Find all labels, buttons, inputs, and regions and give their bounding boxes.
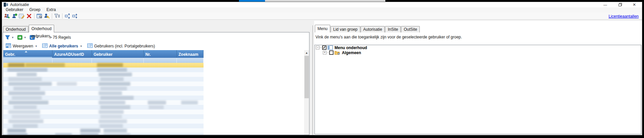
- views-icon: [6, 43, 11, 49]
- tab-outsite[interactable]: OutSite: [401, 26, 420, 32]
- redacted-cell-content: [80, 133, 99, 135]
- table-row[interactable]: [3, 119, 204, 124]
- minimize-button-icon[interactable]: —: [600, 2, 610, 7]
- table-row[interactable]: [3, 124, 204, 128]
- grid-rows: [3, 63, 204, 135]
- redacted-cell-content: [104, 129, 127, 133]
- edit-user-icon[interactable]: [18, 13, 25, 19]
- chevron-down-icon: ▼: [80, 45, 83, 48]
- redacted-cell-content: [99, 91, 122, 95]
- tab-menu[interactable]: Menu: [315, 25, 330, 32]
- row-count-label: > 75 Regels: [49, 35, 71, 40]
- menu-item-groep[interactable]: Groep: [26, 7, 43, 12]
- redacted-cell-content: [57, 82, 77, 86]
- filter-cell[interactable]: [92, 58, 144, 63]
- new-user-icon[interactable]: [11, 13, 18, 19]
- redacted-cell-content: [97, 68, 127, 72]
- redacted-cell-content: [8, 91, 45, 95]
- view-control-gebruikers-incl-portalgebruikers-[interactable]: Gebruikers (incl. Portalgebruikers): [87, 43, 155, 49]
- table-row[interactable]: [3, 133, 204, 135]
- table-row[interactable]: [3, 67, 204, 72]
- grid-vertical-scrollbar[interactable]: ▲: [304, 50, 309, 135]
- scrollbar-thumb[interactable]: [304, 56, 309, 98]
- tree-connector: [327, 52, 329, 53]
- right-panel: MenuLid van groepAutorisatieInSiteOutSit…: [314, 21, 642, 135]
- tab-onderhoud-groepen[interactable]: Onderhoud groepen: [3, 26, 28, 32]
- redacted-cell-content: [149, 105, 164, 109]
- filter-funnel-icon: [5, 35, 10, 40]
- selected-row[interactable]: [3, 63, 204, 67]
- filter-icon[interactable]: [53, 13, 61, 19]
- app-window: Autorisatie — ✕ GebruikerGroepExtra Lice…: [2, 2, 642, 135]
- go-arrow-dropdown[interactable]: ▼: [17, 35, 26, 40]
- table-row[interactable]: [3, 128, 204, 133]
- redacted-cell-content: [13, 87, 40, 91]
- menu-item-gebruiker[interactable]: Gebruiker: [3, 7, 26, 12]
- redacted-cell-content: [7, 133, 27, 135]
- redacted-cell-content: [99, 101, 125, 105]
- tab-onderhoud-gebruikers[interactable]: Onderhoud gebruikers: [29, 25, 54, 32]
- grid-header: Gebr.AzureADUserIDGebruikerNr.Zoeknaam: [3, 50, 204, 58]
- tab-lid-van-groep[interactable]: Lid van groep: [331, 26, 360, 32]
- redacted-cell-content: [8, 82, 52, 86]
- redacted-cell-content: [8, 119, 43, 123]
- table-row[interactable]: [3, 110, 204, 114]
- menu-tree: −✓Menu onderhoud+Algemeen: [314, 45, 641, 134]
- view-control-weergaven[interactable]: Weergaven▼: [6, 43, 37, 49]
- menu-item-extra[interactable]: Extra: [43, 7, 59, 12]
- collapse-node-icon[interactable]: −: [316, 46, 319, 49]
- column-header-label: Zoeknaam: [178, 52, 198, 57]
- filter-cell[interactable]: [144, 58, 177, 63]
- expand-node-icon[interactable]: +: [323, 51, 327, 54]
- column-header-nr[interactable]: Nr.: [144, 50, 177, 58]
- tree-node-label[interactable]: Menu onderhoud: [335, 45, 367, 50]
- license-counts-link[interactable]: Licentieaantallen: [609, 14, 639, 19]
- tree-node-checkbox[interactable]: [329, 50, 334, 55]
- delete-icon[interactable]: [25, 13, 33, 19]
- redacted-cell-content: [97, 63, 123, 67]
- column-header-azureaduserid[interactable]: AzureADUserID: [52, 50, 92, 58]
- column-header-gebr[interactable]: Gebr.: [3, 50, 52, 58]
- table-row[interactable]: [3, 72, 204, 77]
- redacted-cell-content: [104, 133, 130, 135]
- close-button-icon[interactable]: ✕: [629, 2, 639, 7]
- filter-cell[interactable]: [177, 58, 204, 63]
- details-icon[interactable]: [36, 13, 43, 19]
- filter-funnel-dropdown[interactable]: ▼: [5, 35, 14, 40]
- table-row[interactable]: [3, 114, 204, 119]
- grid-auto-filter-row[interactable]: [3, 58, 204, 63]
- filter-cell[interactable]: [52, 58, 92, 63]
- table-row[interactable]: [3, 96, 204, 100]
- screenshot-stage: Autorisatie — ✕ GebruikerGroepExtra Lice…: [0, 0, 644, 138]
- restore-button-icon[interactable]: [615, 2, 625, 7]
- redacted-cell-content: [100, 87, 127, 91]
- right-tab-strip: MenuLid van groepAutorisatieInSiteOutSit…: [315, 25, 420, 32]
- table-row[interactable]: [3, 82, 204, 86]
- column-header-zoeknaam[interactable]: Zoeknaam: [177, 50, 204, 58]
- redacted-cell-content: [8, 101, 48, 105]
- table-row[interactable]: [3, 77, 204, 82]
- tab-autorisatie[interactable]: Autorisatie: [361, 26, 385, 32]
- table-row[interactable]: [3, 105, 204, 110]
- filter-cell[interactable]: [3, 58, 52, 63]
- column-header-gebruiker[interactable]: Gebruiker: [92, 50, 144, 58]
- toolbar-icons: [3, 12, 79, 20]
- redacted-cell-content: [13, 105, 37, 109]
- collapse-all-icon[interactable]: [71, 13, 79, 19]
- table-row[interactable]: [3, 86, 204, 91]
- table-row[interactable]: [3, 91, 204, 96]
- add-user-icon[interactable]: [3, 13, 11, 19]
- tree-node-label[interactable]: Algemeen: [342, 50, 361, 55]
- redacted-cell-content: [100, 96, 134, 100]
- expand-all-icon[interactable]: [64, 13, 71, 19]
- menu-bar: GebruikerGroepExtra: [2, 7, 642, 12]
- view-control-alle-gebruikers[interactable]: Alle gebruikers▼: [42, 43, 83, 49]
- column-header-label: Nr.: [145, 52, 151, 57]
- tree-node-checkbox[interactable]: ✓: [322, 45, 327, 50]
- user-key-icon[interactable]: [43, 13, 50, 19]
- scrollbar-up-arrow-icon[interactable]: ▲: [304, 51, 309, 55]
- panel-splitter[interactable]: [312, 25, 313, 135]
- tab-insite[interactable]: InSite: [385, 26, 401, 32]
- table-row[interactable]: [3, 100, 204, 105]
- sort-ascending-icon: [25, 51, 27, 52]
